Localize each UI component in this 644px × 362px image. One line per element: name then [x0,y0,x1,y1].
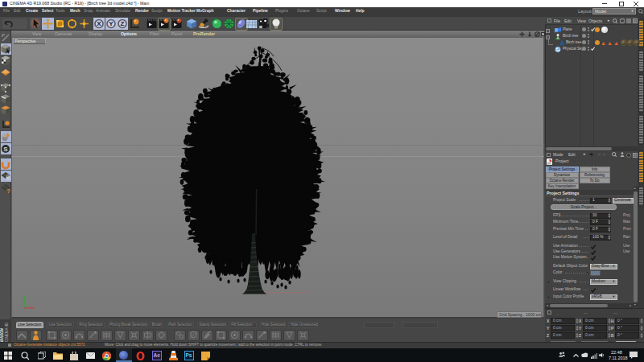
svg-text:X: X [97,20,101,27]
svg-text:Z: Z [121,20,125,27]
svg-text:?: ? [6,187,10,194]
svg-text:Y: Y [109,20,114,27]
svg-text:S: S [3,146,8,153]
